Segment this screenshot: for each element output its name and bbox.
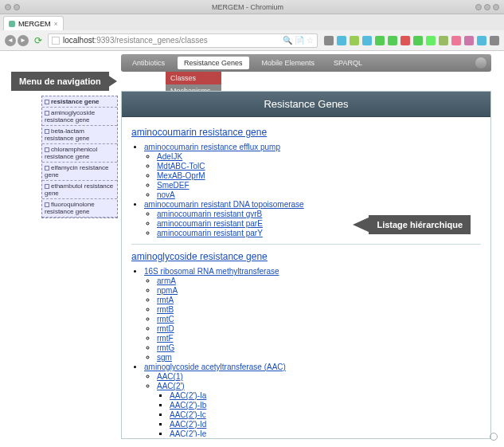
expand-icon[interactable] [45, 111, 49, 116]
list-item: AAC(1) [157, 372, 481, 381]
window-button[interactable] [5, 4, 11, 10]
scroll-corner-icon[interactable] [490, 433, 498, 441]
content-panel: Resistance Genes aminocoumarin resistanc… [121, 91, 491, 439]
gene-link[interactable]: 16S ribosomal RNA methyltransferase [144, 267, 279, 276]
address-path: :9393/resistance_genes/classes [94, 36, 207, 45]
tab-close-icon[interactable]: × [54, 20, 58, 28]
panel-title: Resistance Genes [122, 92, 490, 117]
bookmark-icon[interactable]: 📄 [295, 36, 304, 45]
gene-link[interactable]: novA [157, 190, 175, 199]
list-item: rmtG [157, 343, 481, 352]
extension-icon[interactable] [426, 36, 436, 45]
list-item: aminocoumarin resistance efflux pumpAdeI… [144, 143, 481, 199]
gene-link[interactable]: AAC(1) [157, 372, 183, 381]
expand-icon[interactable] [45, 166, 49, 171]
list-item: AdeIJK [157, 152, 481, 161]
nav-item-sparql[interactable]: SPARQL [327, 57, 369, 69]
expand-icon[interactable] [45, 100, 49, 104]
gene-link[interactable]: AAC(2')-Ie [170, 429, 206, 437]
expand-icon[interactable] [45, 184, 49, 189]
section-title-link[interactable]: aminoglycoside resistance gene [131, 251, 268, 262]
star-icon[interactable]: ☆ [307, 36, 314, 45]
list-item: AAC(2')-Ia [170, 391, 481, 400]
sidebar-item[interactable]: ethambutol resistance gene [42, 181, 117, 199]
gene-link[interactable]: SmeDEF [157, 181, 189, 190]
gene-link[interactable]: rmtD [157, 324, 174, 333]
extension-icon[interactable] [439, 36, 448, 45]
extension-icon[interactable] [337, 36, 346, 45]
extension-icon[interactable] [413, 36, 423, 45]
reload-button[interactable]: ⟳ [32, 34, 45, 47]
gene-link[interactable]: aminocoumarin resistance efflux pump [144, 143, 280, 151]
gene-link[interactable]: rmtF [157, 334, 174, 343]
extension-icon[interactable] [362, 36, 372, 45]
callout-navigation: Menu de navigation [11, 72, 109, 91]
page-body: AntibioticsResistance GenesMobile Elemen… [0, 51, 504, 447]
window-minimize[interactable] [475, 4, 482, 10]
gene-link[interactable]: MdtABC-TolC [157, 162, 205, 171]
gene-link[interactable]: AAC(2')-Ib [170, 401, 206, 410]
gene-link[interactable]: aminocoumarin resistant gyrB [157, 210, 262, 218]
sidebar-item[interactable]: resistance gene [42, 96, 117, 108]
browser-tab[interactable]: MERGEM × [3, 16, 64, 30]
gene-link[interactable]: AdeIJK [157, 152, 182, 161]
nav-item-resistance-genes[interactable]: Resistance Genes [178, 57, 249, 69]
back-button[interactable]: ◄ [5, 35, 16, 46]
list-item: AAC(2')AAC(2')-IaAAC(2')-IbAAC(2')-IcAAC… [157, 382, 481, 437]
gene-link[interactable]: MexAB-OprM [157, 171, 205, 180]
list-item: rmtA [157, 296, 481, 304]
main-nav: AntibioticsResistance GenesMobile Elemen… [121, 54, 491, 72]
window-button[interactable] [14, 4, 20, 10]
gene-link[interactable]: armA [157, 276, 176, 285]
gene-link[interactable]: aminoglycoside acetyltransferase (AAC) [144, 363, 286, 371]
address-bar[interactable]: localhost :9393/resistance_genes/classes… [48, 33, 318, 48]
gene-link[interactable]: rmtG [157, 343, 174, 352]
window-controls-left [5, 4, 20, 10]
gene-link[interactable]: aminocoumarin resistant DNA topoisomeras… [144, 200, 304, 209]
extension-icon[interactable] [324, 36, 334, 45]
window-title: MERGEM - Chromium [20, 3, 475, 11]
gene-link[interactable]: rmtC [157, 315, 174, 323]
gene-link[interactable]: aminocoumarin resistant parE [157, 219, 263, 228]
expand-icon[interactable] [45, 147, 49, 152]
nav-item-antibiotics[interactable]: Antibiotics [126, 57, 171, 69]
sidebar-item[interactable]: chloramphenicol resistance gene [42, 144, 117, 163]
list-item: AAC(2')-Ib [170, 401, 481, 410]
expand-icon[interactable] [45, 202, 49, 207]
gene-link[interactable]: sgm [157, 353, 172, 362]
sidebar-item[interactable]: aminoglycoside resistance gene [42, 108, 117, 126]
gene-link[interactable]: AAC(2')-Id [170, 420, 206, 429]
search-icon[interactable]: 🔍 [283, 36, 292, 45]
submenu-item-classes[interactable]: Classes [166, 72, 221, 84]
nav-item-mobile-elements[interactable]: Mobile Elements [256, 57, 322, 69]
extension-icon[interactable] [350, 36, 359, 45]
extension-icon[interactable] [464, 36, 474, 45]
forward-button[interactable]: ► [18, 35, 29, 46]
sidebar-item[interactable]: elfamycin resistance gene [42, 163, 117, 181]
gene-link[interactable]: AAC(2') [157, 382, 185, 390]
expand-icon[interactable] [45, 129, 49, 134]
gene-link[interactable]: npmA [157, 286, 178, 295]
list-item: AAC(2')-Ie [170, 429, 481, 437]
section-title-link[interactable]: aminocoumarin resistance gene [131, 127, 267, 138]
section-title: aminocoumarin resistance gene [131, 127, 481, 138]
panel-body: aminocoumarin resistance geneaminocoumar… [122, 117, 490, 437]
gene-link[interactable]: AAC(2')-Ia [170, 391, 206, 400]
window-close[interactable] [493, 4, 499, 10]
extension-icon[interactable] [477, 36, 486, 45]
window-maximize[interactable] [484, 4, 490, 10]
gene-link[interactable]: aminocoumarin resistant parY [157, 229, 263, 237]
nav-search-button[interactable] [475, 57, 486, 69]
list-item: novA [157, 190, 481, 199]
gene-link[interactable]: rmtA [157, 296, 174, 304]
gene-link[interactable]: AAC(2')-Ic [170, 410, 206, 419]
list-item: MexAB-OprM [157, 171, 481, 180]
sidebar-item[interactable]: fluoroquinolone resistance gene [42, 199, 117, 218]
extension-icon[interactable] [375, 36, 385, 45]
gene-link[interactable]: rmtB [157, 305, 174, 314]
sidebar-item[interactable]: beta-lactam resistance gene [42, 126, 117, 144]
extension-icon[interactable] [400, 36, 410, 45]
extension-icon[interactable] [490, 36, 499, 45]
extension-icon[interactable] [451, 36, 461, 45]
extension-icon[interactable] [388, 36, 397, 45]
